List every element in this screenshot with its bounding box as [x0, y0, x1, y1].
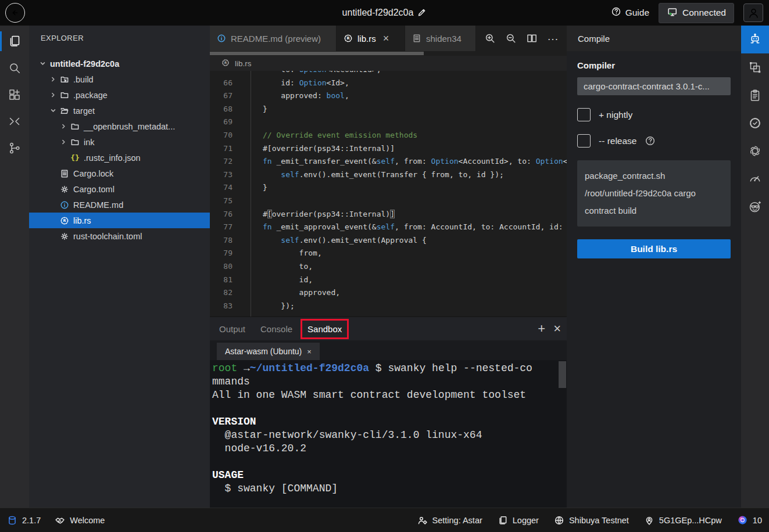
activity-item-gauge[interactable]: [741, 165, 769, 193]
gauge-icon: [748, 172, 762, 186]
editor-tab-shiden34[interactable]: shiden34: [405, 26, 476, 51]
line-number: 72: [210, 155, 247, 168]
editor-tab-readme-md-preview-[interactable]: README.md (preview): [210, 26, 337, 51]
git-branch-icon: [8, 141, 22, 155]
panel-tabs: Output Console Sandbox: [218, 321, 343, 337]
nightly-checkbox-row[interactable]: + nightly: [577, 108, 731, 121]
panel-tab-sandbox[interactable]: Sandbox: [306, 321, 343, 337]
activity-item-search[interactable]: [0, 55, 29, 81]
breadcrumb[interactable]: Rlib.rs: [210, 56, 567, 71]
guide-button[interactable]: Guide: [611, 6, 649, 19]
release-checkbox[interactable]: [577, 134, 591, 148]
code-line: 76 #[overrider(psp34::Internal)]: [210, 208, 567, 221]
terminal-scrollbar-thumb[interactable]: [559, 361, 566, 388]
panel-header: Output Console Sandbox + ×: [210, 317, 567, 340]
info-icon: [217, 34, 226, 43]
terminal-line: mmands: [212, 375, 566, 389]
tree-item-cargo-toml[interactable]: Cargo.toml: [29, 181, 210, 197]
zoom-in-button[interactable]: [481, 29, 499, 48]
activity-item-plugin[interactable]: [0, 81, 29, 108]
terminal-tabrow: Astar-wasm (Ubuntu) ×: [210, 340, 567, 360]
activity-item-openai[interactable]: [741, 137, 769, 165]
edit-title-button[interactable]: [413, 8, 427, 17]
status-item-welcome[interactable]: Welcome: [55, 515, 105, 526]
indent-guide: [251, 71, 251, 317]
zoom-out-icon: [505, 33, 517, 44]
release-checkbox-row[interactable]: -- release: [577, 134, 731, 148]
build-command-line: /root/untitled-f29d2c0a cargo: [585, 185, 723, 202]
activity-item-robot[interactable]: [741, 26, 769, 53]
build-command-line: contract build: [585, 202, 723, 220]
activity-item-files[interactable]: [0, 28, 29, 55]
tree-item--build[interactable]: .build: [29, 71, 210, 87]
activity-item-cool-face[interactable]: [741, 193, 769, 221]
code-line: 83 });: [210, 300, 567, 313]
tab-close-icon[interactable]: ×: [383, 33, 389, 45]
tree-item-label: README.md: [73, 200, 123, 210]
tree-item-target[interactable]: target: [29, 103, 210, 118]
tree-item-readme-md[interactable]: README.md: [29, 197, 210, 213]
tabbar-scrollbar-thumb[interactable]: [210, 52, 424, 55]
code-line: 80 to,: [210, 260, 567, 274]
status-item-setting-astar[interactable]: Setting: Astar: [417, 515, 482, 526]
status-item-shibuya-testnet[interactable]: Shibuya Testnet: [554, 515, 629, 526]
status-item-5g1gep-hcpw[interactable]: 5G1GEp...HCpw: [644, 515, 722, 526]
chevron-right-icon: [49, 76, 57, 83]
terminal-tab[interactable]: Astar-wasm (Ubuntu) ×: [217, 343, 320, 360]
terminal[interactable]: root →~/untitled-f29d2c0a $ swanky help …: [210, 360, 567, 508]
zoom-out-button[interactable]: [502, 29, 520, 48]
terminal-tab-close-icon[interactable]: ×: [307, 347, 312, 356]
line-number: 66: [210, 77, 247, 90]
connected-button[interactable]: Connected: [659, 3, 734, 23]
code-line: 72 fn _emit_transfer_event(&self, from: …: [210, 155, 567, 168]
rust-icon: R: [344, 34, 353, 43]
activity-item-collapse[interactable]: [0, 108, 29, 135]
tree-item-lib-rs[interactable]: R lib.rs: [29, 213, 210, 228]
ellipsis-button[interactable]: ···: [543, 29, 562, 48]
activity-item-badge-check[interactable]: [741, 109, 769, 137]
tree-chevron: [48, 107, 58, 114]
release-help-icon[interactable]: [645, 135, 656, 146]
activity-item-clipboard[interactable]: [741, 81, 769, 109]
status-item-logger[interactable]: Logger: [498, 515, 539, 526]
tree-chevron: [58, 138, 69, 146]
activity-item-deploy[interactable]: [741, 53, 769, 81]
panel-tab-output[interactable]: Output: [218, 321, 246, 337]
tree-item-rust-toolchain-toml[interactable]: rust-toolchain.toml: [29, 228, 210, 244]
tree-item-label: .rustc_info.json: [84, 153, 141, 163]
code-line: 78 self.env().emit_event(Approval {: [210, 234, 567, 247]
activity-item-git-branch[interactable]: [0, 135, 29, 161]
panel-tab-console[interactable]: Console: [259, 321, 294, 337]
rust-icon: R: [221, 59, 230, 67]
compile-panel: Compile Compiler cargo-contract-contract…: [567, 26, 741, 508]
editor-tab-lib-rs[interactable]: R lib.rs ×: [337, 26, 405, 51]
tree-item-untitled-f29d2c0a[interactable]: untitled-f29d2c0a: [29, 56, 210, 71]
tree-item--rustc-info-json[interactable]: {} .rustc_info.json: [29, 150, 210, 166]
badge-check-icon: [748, 116, 762, 130]
code-editor[interactable]: to: Option<AccountId>, 66 id: Option<Id>…: [210, 71, 567, 317]
code-line: 79 from,: [210, 247, 567, 260]
collapse-icon: [8, 114, 22, 128]
split-button[interactable]: [523, 29, 541, 48]
avatar[interactable]: [743, 3, 763, 22]
line-number: 79: [210, 247, 247, 260]
tree-item--package[interactable]: .package: [29, 87, 210, 103]
nightly-checkbox[interactable]: [577, 108, 591, 121]
build-button[interactable]: Build lib.rs: [577, 239, 731, 258]
folder-icon: [60, 91, 69, 100]
pin-person-icon: [644, 515, 654, 526]
status-item-10[interactable]: 10: [737, 515, 762, 526]
new-terminal-button[interactable]: +: [538, 322, 545, 335]
info-icon: [60, 200, 69, 210]
activity-bar-right: [741, 26, 769, 508]
tree-item-ink[interactable]: ink: [29, 134, 210, 150]
tree-item--openbrush-metadat-[interactable]: __openbrush_metadat...: [29, 118, 210, 134]
compiler-select[interactable]: cargo-contract-contract 3.0.1-c...: [577, 77, 731, 95]
line-number: 69: [210, 116, 247, 129]
line-number: 76: [210, 208, 247, 221]
close-panel-button[interactable]: ×: [553, 322, 561, 335]
status-item-label: Setting: Astar: [432, 516, 482, 525]
tree-item-cargo-lock[interactable]: Cargo.lock: [29, 166, 210, 181]
compiler-select-value: cargo-contract-contract 3.0.1-c...: [584, 81, 710, 91]
polkadot-icon: [737, 515, 748, 526]
